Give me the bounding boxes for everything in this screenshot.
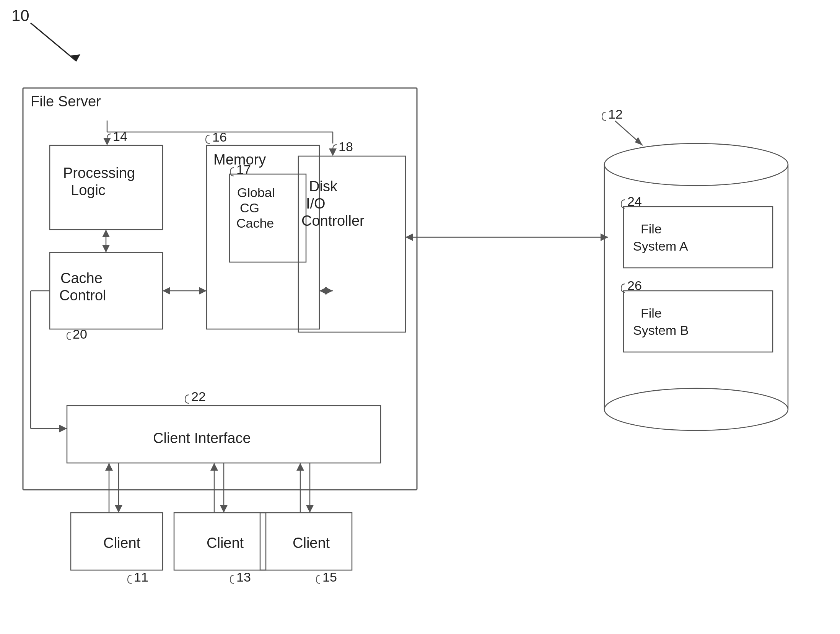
svg-marker-36 — [635, 137, 643, 145]
svg-marker-24 — [115, 505, 122, 513]
ref-11-label: 11 — [134, 570, 148, 584]
processing-logic-label2: Logic — [71, 182, 106, 198]
svg-marker-9 — [102, 245, 110, 253]
svg-marker-5 — [103, 138, 111, 145]
processing-logic-box — [50, 145, 163, 230]
memory-box — [207, 145, 319, 329]
ref-22-label: 22 — [191, 389, 206, 404]
file-system-b-box — [623, 291, 773, 352]
client1-label: Client — [103, 535, 141, 551]
ref-17-label: 17 — [236, 162, 251, 177]
client3-label: Client — [293, 535, 330, 551]
cylinder-bottom — [604, 388, 788, 430]
svg-marker-16 — [199, 287, 207, 295]
ref-20-label: 20 — [73, 327, 87, 341]
disk-io-label: Disk — [309, 178, 338, 194]
ref-24-label: 24 — [627, 194, 642, 209]
svg-marker-8 — [102, 230, 110, 237]
svg-marker-21 — [405, 233, 413, 241]
client-interface-label: Client Interface — [153, 430, 251, 446]
svg-marker-19 — [325, 287, 333, 295]
file-system-b-label2: System B — [633, 323, 689, 337]
file-system-a-label: File — [641, 222, 662, 236]
global-cg-cache-label: Global — [237, 185, 275, 200]
svg-marker-28 — [220, 505, 228, 513]
diagram-container: 10 File Server 14 18 Processing Logic — [0, 0, 840, 634]
svg-marker-34 — [296, 463, 304, 471]
ref-15-label: 15 — [322, 570, 337, 584]
ref-26-label: 26 — [627, 278, 642, 293]
svg-marker-30 — [210, 463, 218, 471]
ref-18-label: 18 — [339, 139, 353, 154]
ref-13-label: 13 — [236, 570, 251, 584]
global-cg-cache-label2: CG — [240, 200, 259, 215]
svg-line-0 — [31, 23, 77, 61]
file-server-label: File Server — [31, 93, 101, 109]
file-system-b-label: File — [641, 306, 662, 320]
svg-marker-13 — [59, 425, 67, 432]
processing-logic-label: Processing — [63, 165, 135, 181]
disk-io-label3: Controller — [301, 213, 365, 229]
svg-marker-26 — [105, 463, 113, 471]
cache-control-label2: Control — [59, 287, 106, 303]
ref-12-label: 12 — [608, 107, 623, 121]
file-system-a-box — [623, 207, 773, 268]
ref-10-label: 10 — [11, 7, 29, 24]
cylinder-top — [604, 143, 788, 186]
svg-marker-15 — [163, 287, 170, 295]
cache-control-label: Cache — [60, 270, 103, 286]
svg-marker-6 — [329, 148, 337, 156]
ref-14-label: 14 — [113, 129, 127, 143]
ref-16-label: 16 — [212, 130, 227, 144]
client2-label: Client — [207, 535, 244, 551]
file-system-a-label2: System A — [633, 239, 688, 253]
disk-io-label2: I/O — [306, 196, 326, 212]
global-cg-cache-label3: Cache — [236, 216, 274, 230]
svg-marker-32 — [306, 505, 314, 513]
